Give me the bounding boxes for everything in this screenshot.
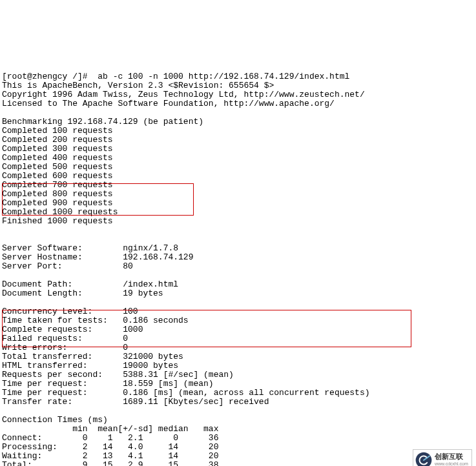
server-port-value: 80 xyxy=(123,261,133,271)
complete-req-value: 1000 xyxy=(123,325,143,334)
write-err-value: 0 xyxy=(123,343,128,352)
time-taken-label: Time taken for tests: xyxy=(2,316,108,325)
intro-line-3: Licensed to The Apache Software Foundati… xyxy=(2,99,335,108)
benchmarking-line: Benchmarking 192.168.74.129 (be patient) xyxy=(2,117,203,127)
finished-line: Finished 1000 requests xyxy=(2,216,113,226)
conn-waiting-row: Waiting: 2 13 4.1 14 20 xyxy=(2,451,218,461)
brand-logo-icon xyxy=(415,452,432,466)
transfer-value: 1689.11 [Kbytes/sec] received xyxy=(123,397,269,407)
conn-times-columns: min mean[+/-sd] median max xyxy=(2,424,218,434)
conn-processing-row: Processing: 2 14 4.0 14 20 xyxy=(2,442,218,452)
html-trans-label: HTML transferred: xyxy=(2,361,88,370)
tpr2-value: 0.186 [ms] (mean, across all concurrent … xyxy=(123,388,369,398)
tpr1-value: 18.559 [ms] (mean) xyxy=(123,379,213,389)
concurrency-value: 100 xyxy=(123,307,138,316)
completed-line: Completed 400 requests xyxy=(2,153,113,163)
server-port-label: Server Port: xyxy=(2,261,63,271)
completed-line: Completed 900 requests xyxy=(2,198,113,208)
completed-line: Completed 500 requests xyxy=(2,162,113,172)
rps-label: Requests per second: xyxy=(2,370,103,380)
terminal-output: [root@zhengcy /]# ab -c 100 -n 1000 http… xyxy=(0,63,476,466)
html-trans-value: 19000 bytes xyxy=(123,361,178,370)
write-err-label: Write errors: xyxy=(2,343,67,352)
tpr2-label: Time per request: xyxy=(2,388,88,398)
total-trans-label: Total transferred: xyxy=(2,352,92,361)
completed-line: Completed 700 requests xyxy=(2,180,113,190)
server-hostname-label: Server Hostname: xyxy=(2,252,83,262)
complete-req-label: Complete requests: xyxy=(2,325,92,334)
server-software-label: Server Software: xyxy=(2,243,83,253)
document-length-value: 19 bytes xyxy=(123,289,163,298)
document-path-label: Document Path: xyxy=(2,279,72,289)
tpr1-label: Time per request: xyxy=(2,379,88,389)
server-hostname-value: 192.168.74.129 xyxy=(123,252,193,262)
time-taken-value: 0.186 seconds xyxy=(123,316,188,325)
conn-total-row: Total: 9 15 2.9 15 38 xyxy=(2,460,218,466)
conn-connect-row: Connect: 0 1 2.1 0 36 xyxy=(2,433,218,443)
completed-line: Completed 100 requests xyxy=(2,126,113,136)
brand-name-cn: 创新互联 xyxy=(435,453,468,460)
brand-logo: 创新互联 www.cdcxhl.com xyxy=(413,449,472,466)
document-path-value: /index.html xyxy=(123,279,178,289)
rps-value: 5388.31 [#/sec] (mean) xyxy=(123,370,234,380)
failed-req-label: Failed requests: xyxy=(2,334,83,343)
completed-line: Completed 800 requests xyxy=(2,189,113,199)
completed-line: Completed 200 requests xyxy=(2,135,113,145)
server-software-value: nginx/1.7.8 xyxy=(123,243,178,253)
transfer-label: Transfer rate: xyxy=(2,397,72,407)
total-trans-value: 321000 bytes xyxy=(123,352,183,361)
shell-prompt-line: [root@zhengcy /]# ab -c 100 -n 1000 http… xyxy=(2,72,349,81)
completed-line: Completed 1000 requests xyxy=(2,207,118,217)
concurrency-label: Concurrency Level: xyxy=(2,307,92,316)
completed-line: Completed 600 requests xyxy=(2,171,113,181)
brand-name-en: www.cdcxhl.com xyxy=(435,460,468,466)
failed-req-value: 0 xyxy=(123,334,128,343)
completed-line: Completed 300 requests xyxy=(2,144,113,154)
document-length-label: Document Length: xyxy=(2,289,83,298)
conn-times-header: Connection Times (ms) xyxy=(2,415,108,425)
intro-line-2: Copyright 1996 Adam Twiss, Zeus Technolo… xyxy=(2,90,365,99)
intro-line-1: This is ApacheBench, Version 2.3 <$Revis… xyxy=(2,81,274,90)
